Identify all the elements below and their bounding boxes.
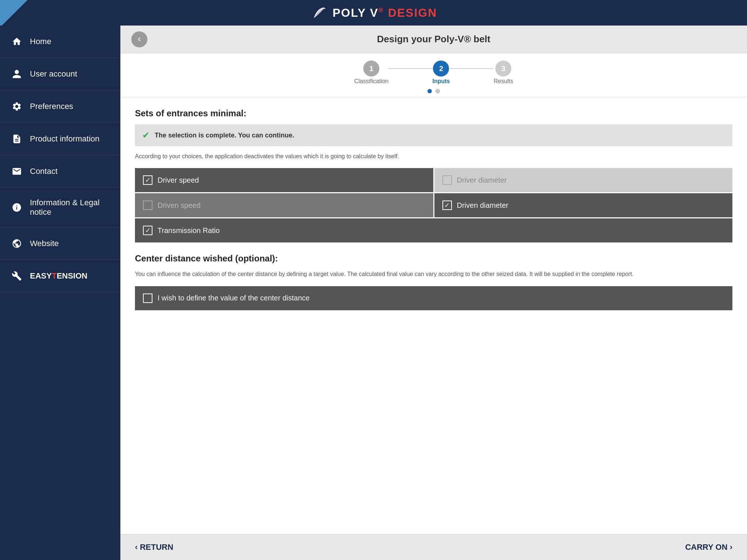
return-label: ‹ RETURN bbox=[135, 542, 173, 552]
sidebar-item-home[interactable]: Home bbox=[0, 26, 120, 58]
dot-1 bbox=[427, 89, 432, 93]
step-3-circle: 3 bbox=[495, 61, 511, 77]
return-button[interactable]: ‹ RETURN bbox=[135, 542, 173, 552]
steps-area: 1 Classification 2 Inputs bbox=[120, 53, 747, 97]
define-center-distance-row[interactable]: I wish to define the value of the center… bbox=[135, 286, 732, 310]
sidebar-item-website-label: Website bbox=[30, 239, 59, 248]
sidebar-item-user-account[interactable]: User account bbox=[0, 58, 120, 90]
define-center-distance-checkbox[interactable] bbox=[143, 293, 152, 303]
step-line-2 bbox=[450, 68, 494, 69]
logo-poly: POLY V bbox=[333, 6, 379, 19]
sidebar-item-user-label: User account bbox=[30, 69, 77, 79]
checkbox-driver-speed[interactable]: ✓ Driver speed bbox=[135, 168, 433, 192]
step-3-number: 3 bbox=[502, 65, 506, 73]
dots-row bbox=[427, 89, 440, 93]
step-1: 1 Classification bbox=[354, 61, 388, 85]
info-icon bbox=[11, 202, 23, 213]
home-icon bbox=[11, 36, 23, 47]
center-distance-section: Center distance wished (optional): You c… bbox=[135, 253, 732, 310]
step-2-circle: 2 bbox=[433, 61, 449, 77]
checkbox-grid: ✓ Driver speed Driver diameter Driven sp… bbox=[135, 168, 732, 217]
back-button[interactable] bbox=[131, 31, 147, 47]
driven-diameter-label: Driven diameter bbox=[457, 201, 508, 210]
checkbox-transmission-ratio[interactable]: ✓ Transmission Ratio bbox=[135, 218, 732, 242]
sidebar-item-contact[interactable]: Contact bbox=[0, 155, 120, 188]
check-icon: ✔ bbox=[142, 130, 150, 140]
transmission-ratio-checkbox[interactable]: ✓ bbox=[143, 226, 152, 235]
success-message: The selection is complete. You can conti… bbox=[155, 132, 294, 139]
sidebar: Home User account Preferences bbox=[0, 26, 120, 560]
sidebar-item-legal-label: Information & Legal notice bbox=[30, 198, 109, 217]
content-area: Design your Poly-V® belt 1 Classificatio… bbox=[120, 26, 747, 560]
document-icon bbox=[11, 133, 23, 145]
logo-design: DESIGN bbox=[384, 6, 437, 19]
sidebar-item-home-label: Home bbox=[30, 37, 51, 46]
gear-icon bbox=[11, 101, 23, 112]
step-1-label: Classification bbox=[354, 78, 388, 85]
footer: ‹ RETURN CARRY ON › bbox=[120, 534, 747, 560]
info-text: According to your choices, the applicati… bbox=[135, 152, 732, 161]
sidebar-item-legal[interactable]: Information & Legal notice bbox=[0, 188, 120, 228]
sidebar-item-website[interactable]: Website bbox=[0, 228, 120, 260]
driver-speed-label: Driver speed bbox=[158, 176, 199, 184]
checkbox-driver-diameter[interactable]: Driver diameter bbox=[434, 168, 733, 192]
corner-decoration bbox=[0, 0, 29, 26]
driven-speed-label: Driven speed bbox=[158, 201, 201, 210]
main-content: Sets of entrances minimal: ✔ The selecti… bbox=[120, 97, 747, 534]
website-icon bbox=[11, 238, 23, 249]
sidebar-item-preferences[interactable]: Preferences bbox=[0, 90, 120, 123]
section2-title: Center distance wished (optional): bbox=[135, 253, 732, 264]
wrench-icon bbox=[11, 270, 23, 282]
transmission-ratio-label: Transmission Ratio bbox=[158, 226, 220, 235]
top-header: POLY V® DESIGN bbox=[0, 0, 747, 26]
driver-diameter-label: Driver diameter bbox=[457, 176, 507, 184]
driven-speed-checkbox[interactable] bbox=[143, 201, 152, 210]
checkbox-driven-diameter[interactable]: ✓ Driven diameter bbox=[434, 193, 733, 217]
center-distance-desc: You can influence the calculation of the… bbox=[135, 269, 732, 279]
logo-area: POLY V® DESIGN bbox=[310, 5, 437, 20]
success-banner: ✔ The selection is complete. You can con… bbox=[135, 124, 732, 146]
sidebar-item-easytension[interactable]: EASYTENSION bbox=[0, 260, 120, 292]
sidebar-item-easytension-label: EASYTENSION bbox=[30, 271, 88, 281]
sidebar-item-contact-label: Contact bbox=[30, 167, 58, 176]
logo-text: POLY V® DESIGN bbox=[333, 6, 437, 20]
main-layout: Home User account Preferences bbox=[0, 26, 747, 560]
sub-header: Design your Poly-V® belt bbox=[120, 26, 747, 53]
page-title: Design your Poly-V® belt bbox=[377, 34, 491, 45]
step-line-1 bbox=[388, 68, 432, 69]
center-distance-label: I wish to define the value of the center… bbox=[158, 294, 310, 302]
driver-diameter-checkbox[interactable] bbox=[442, 175, 452, 185]
checkbox-driven-speed[interactable]: Driven speed bbox=[135, 193, 433, 217]
step-2-label: Inputs bbox=[432, 78, 450, 85]
step-1-number: 1 bbox=[369, 65, 374, 73]
step-3: 3 Results bbox=[494, 61, 513, 85]
section1-title: Sets of entrances minimal: bbox=[135, 108, 732, 118]
sidebar-item-product-label: Product information bbox=[30, 134, 100, 144]
sidebar-item-preferences-label: Preferences bbox=[30, 102, 73, 111]
sidebar-item-product-info[interactable]: Product information bbox=[0, 123, 120, 155]
logo-icon bbox=[310, 5, 328, 20]
driver-speed-checkbox[interactable]: ✓ bbox=[143, 175, 152, 185]
carry-on-button[interactable]: CARRY ON › bbox=[685, 542, 732, 552]
logo-reg: ® bbox=[379, 7, 384, 14]
carry-on-label: CARRY ON › bbox=[685, 542, 732, 552]
step-1-circle: 1 bbox=[363, 61, 379, 77]
step-2-number: 2 bbox=[439, 65, 443, 73]
steps-row: 1 Classification 2 Inputs bbox=[354, 61, 513, 85]
envelope-icon bbox=[11, 166, 23, 177]
driven-diameter-checkbox[interactable]: ✓ bbox=[442, 201, 452, 210]
step-3-label: Results bbox=[494, 78, 513, 85]
user-icon bbox=[11, 68, 23, 80]
dot-2 bbox=[436, 89, 440, 93]
step-2: 2 Inputs bbox=[432, 61, 450, 85]
